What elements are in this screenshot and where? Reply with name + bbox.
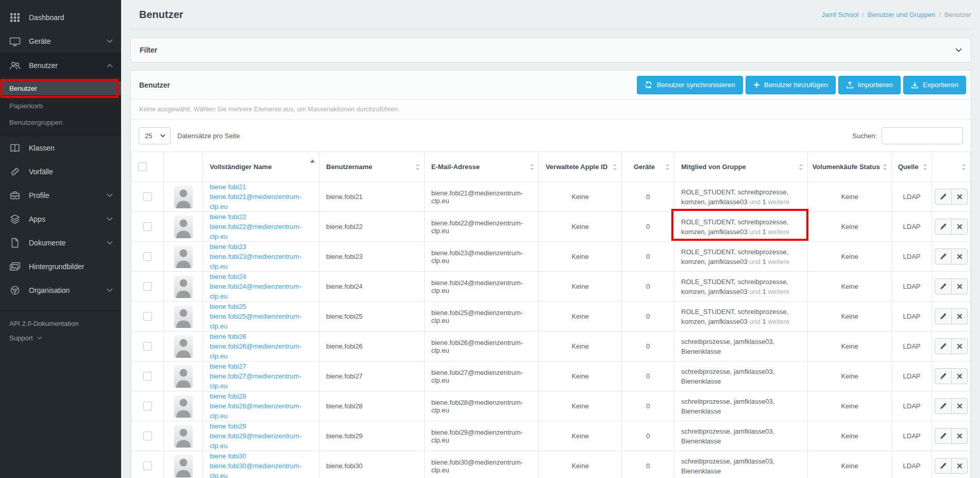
column-header-source[interactable]: Quelle [892,152,932,182]
column-header-name[interactable]: Vollständiger Name [203,152,319,182]
sidebar-link-api-doc[interactable]: API 2.0-Dokumentation [9,316,113,331]
breadcrumb-link-jamf-school[interactable]: Jamf School [822,11,859,19]
email-cell: biene.fobi25@medienzentrum-clp.eu [425,302,539,332]
export-button[interactable]: Exportieren [903,76,966,94]
column-header-vpp[interactable]: Volumenkäufe Status [808,152,892,182]
user-email-link[interactable]: biene.fobi23@medienzentrum-clp.eu [210,252,312,271]
row-checkbox[interactable] [143,222,152,231]
user-email-link[interactable]: biene.fobi28@medienzentrum-clp.eu [210,401,312,421]
user-email-link[interactable]: biene.fobi30@medienzentrum-clp.eu [210,461,312,478]
sidebar-item-profile[interactable]: Profile [0,184,121,207]
vpp-status-cell: Keine [808,182,892,212]
sidebar-subitem-benutzer[interactable]: Benutzer [0,81,121,95]
column-header-username[interactable]: Benutzername [319,152,425,182]
main-content: Benutzer Jamf School/Benutzer und Gruppe… [121,0,980,478]
edit-button[interactable] [935,458,951,473]
edit-button[interactable] [935,339,951,354]
sidebar-item-vorfaelle[interactable]: Vorfälle [0,160,121,184]
row-checkbox[interactable] [143,252,152,261]
groups-cell: ROLE_STUDENT, schreibprozesse, komzen, j… [674,242,808,272]
column-header-groups[interactable]: Mitglied von Gruppe [674,152,808,182]
user-email-link[interactable]: biene.fobi27@medienzentrum-clp.eu [210,371,312,391]
user-name-link[interactable]: biene fobi29 [210,421,312,431]
user-email-link[interactable]: biene.fobi21@medienzentrum-clp.eu [210,192,312,211]
delete-button[interactable] [951,428,967,443]
column-header-avatar[interactable] [164,152,203,182]
row-checkbox[interactable] [143,432,152,440]
bulk-message: Keine ausgewählt. Wählen Sie mehrere Ele… [131,100,971,120]
sidebar-subitem-benutzergruppen[interactable]: Benutzergruppen [0,114,121,130]
sidebar-subitem-papierkorb[interactable]: Papierkorb [0,97,121,114]
sync-icon [645,81,652,89]
user-name-link[interactable]: biene fobi23 [210,242,312,252]
edit-button[interactable] [935,279,951,294]
edit-button[interactable] [935,219,951,234]
user-name-link[interactable]: biene fobi25 [210,302,312,311]
delete-button[interactable] [951,399,967,414]
breadcrumb-separator: / [862,11,864,19]
sidebar-item-organisation[interactable]: Organisation [0,278,121,302]
delete-button[interactable] [951,458,967,473]
filter-panel-toggle[interactable]: Filter [130,38,971,62]
sort-icon [799,163,803,170]
select-all-checkbox[interactable] [138,162,147,171]
name-cell: biene fobi30biene.fobi30@medienzentrum-c… [203,451,319,478]
edit-button[interactable] [935,249,951,264]
column-header-devices[interactable]: Geräte [622,152,674,182]
row-actions [935,338,968,354]
row-checkbox[interactable] [143,372,152,381]
row-checkbox[interactable] [143,402,152,410]
delete-button[interactable] [951,249,967,264]
user-email-link[interactable]: biene.fobi25@medienzentrum-clp.eu [210,311,312,331]
user-email-link[interactable]: biene.fobi22@medienzentrum-clp.eu [210,222,312,241]
user-name-link[interactable]: biene fobi24 [210,272,312,282]
row-checkbox[interactable] [143,312,152,321]
sidebar-item-dokumente[interactable]: Dokumente [0,231,121,255]
sidebar-item-dashboard[interactable]: Dashboard [0,6,121,29]
delete-button[interactable] [951,339,967,354]
delete-button[interactable] [951,219,967,234]
breadcrumb-link-benutzer-und-gruppen[interactable]: Benutzer und Gruppen [868,11,936,19]
import-button[interactable]: Importieren [838,76,901,94]
user-email-link[interactable]: biene.fobi24@medienzentrum-clp.eu [210,282,312,301]
user-name-link[interactable]: biene fobi21 [210,182,312,192]
user-name-link[interactable]: biene fobi27 [210,361,312,371]
user-name-link[interactable]: biene fobi28 [210,391,312,401]
edit-button[interactable] [935,369,951,384]
sidebar-item-apps[interactable]: Apps [0,207,121,231]
row-checkbox[interactable] [143,192,152,201]
chevron-up-icon [107,63,113,68]
delete-button[interactable] [951,279,967,294]
delete-button[interactable] [951,369,967,384]
user-name-link[interactable]: biene fobi22 [210,212,312,222]
edit-button[interactable] [935,399,951,414]
user-name-link[interactable]: biene fobi26 [210,332,312,341]
per-page-select[interactable]: 25 [139,127,171,144]
column-header-appleid[interactable]: Verwaltete Apple ID [539,152,622,182]
edit-button[interactable] [935,309,951,324]
sync-button[interactable]: Benutzer synchronisieren [637,76,742,94]
user-email-link[interactable]: biene.fobi26@medienzentrum-clp.eu [210,341,312,361]
edit-button[interactable] [935,189,951,204]
dashboard-icon [9,12,21,23]
name-cell: biene fobi28biene.fobi28@medienzentrum-c… [203,391,319,421]
column-header-email[interactable]: E-Mail-Adresse [425,152,539,182]
user-email-link[interactable]: biene.fobi29@medienzentrum-clp.eu [210,431,312,451]
delete-button[interactable] [951,189,967,204]
edit-button[interactable] [935,428,951,443]
delete-button[interactable] [951,309,967,324]
column-header-actions[interactable] [932,152,971,182]
row-checkbox[interactable] [143,461,152,470]
row-checkbox[interactable] [143,282,152,291]
search-input[interactable] [882,127,963,144]
user-name-link[interactable]: biene fobi30 [210,451,312,461]
sidebar-item-benutzer[interactable]: Benutzer [0,53,121,77]
sidebar-item-geraete[interactable]: Geräte [0,29,121,53]
add-button[interactable]: Benutzer hinzufügen [746,76,836,94]
sidebar-link-support[interactable]: Support [9,331,113,345]
button-label: Exportieren [923,81,958,89]
sidebar-item-klassen[interactable]: Klassen [0,136,121,160]
row-checkbox[interactable] [143,342,152,351]
column-header-select[interactable] [131,152,164,182]
sidebar-item-hintergrundbilder[interactable]: Hintergrundbilder [0,255,121,278]
